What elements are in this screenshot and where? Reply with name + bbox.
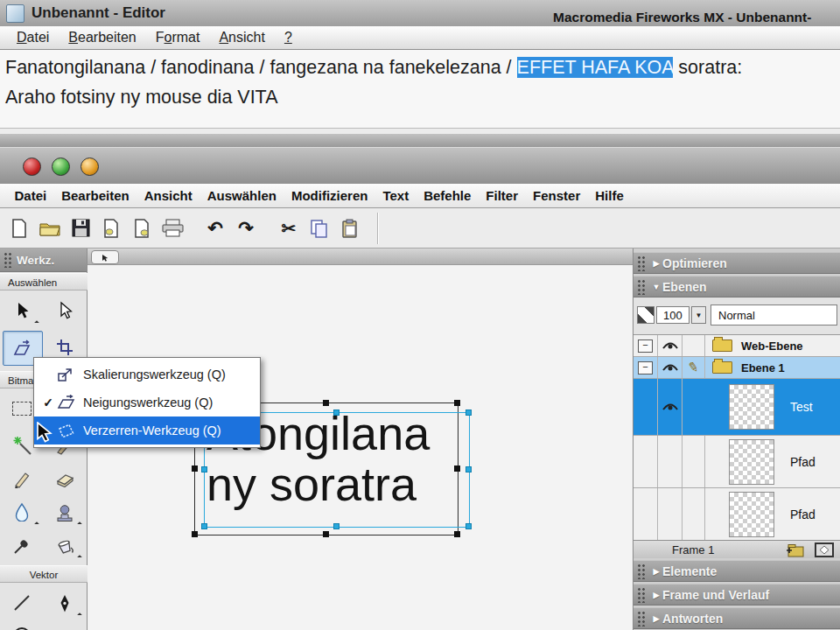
collapse-box-icon[interactable]: − <box>638 340 653 353</box>
selection-handle[interactable] <box>466 410 472 416</box>
pen-tool-icon[interactable] <box>46 586 84 620</box>
menu-fenster[interactable]: Fenster <box>526 188 588 203</box>
transform-handle[interactable] <box>454 400 460 406</box>
panel-header-elemente[interactable]: ▶ Elemente <box>634 560 840 582</box>
eyedropper-tool-icon[interactable] <box>3 528 41 562</box>
menu-auswaehlen[interactable]: Auswählen <box>200 188 284 203</box>
print-icon[interactable] <box>158 214 186 242</box>
line-tool-icon[interactable] <box>3 586 41 620</box>
blur-drop-tool-icon[interactable] <box>3 495 41 528</box>
selection-handle[interactable] <box>466 466 472 472</box>
object-thumbnail <box>729 492 774 537</box>
editor-menu-hilfe[interactable]: ? <box>275 30 302 46</box>
menu-filter[interactable]: Filter <box>479 188 526 203</box>
new-layer-folder-icon[interactable] <box>784 542 805 561</box>
paint-bucket-tool-icon[interactable] <box>46 528 84 562</box>
tools-panel-header[interactable]: Werkz. <box>0 248 87 272</box>
ellipse-tool-icon[interactable] <box>3 620 41 630</box>
save-floppy-icon[interactable] <box>66 214 94 242</box>
pencil-tool-icon[interactable] <box>3 462 41 495</box>
opacity-icon <box>637 306 654 324</box>
editor-menu-bearbeiten[interactable]: Bearbeiten <box>59 30 145 46</box>
transform-handle[interactable] <box>192 531 198 537</box>
paste-clipboard-icon[interactable] <box>336 214 364 242</box>
text-tool-icon[interactable]: A <box>46 620 84 630</box>
right-panel-dock: ▶ Optimieren ▼ Ebenen 100 ▼ Normal − Web… <box>633 248 840 630</box>
menu-befehle[interactable]: Befehle <box>416 188 479 203</box>
opacity-dropdown-button[interactable]: ▼ <box>691 306 706 324</box>
gripper-icon <box>637 587 646 603</box>
layer-row-web-ebene[interactable]: − Web-Ebene <box>634 335 840 357</box>
copy-pages-icon[interactable] <box>305 214 333 242</box>
document-mode-button[interactable] <box>91 250 119 264</box>
flyout-item-label: Verzerren-Werkzeug (Q) <box>83 424 221 438</box>
gripper-icon <box>4 252 12 268</box>
selection-handle[interactable] <box>466 523 472 529</box>
subselection-tool-icon[interactable] <box>46 294 84 327</box>
new-document-icon[interactable] <box>5 214 33 242</box>
layer-row-ebene1[interactable]: − ✎ Ebene 1 <box>634 357 840 379</box>
editor-window-edge <box>0 134 840 147</box>
minimize-button[interactable] <box>80 158 99 176</box>
menu-modifizieren[interactable]: Modifizieren <box>284 188 375 203</box>
layer-row-test[interactable]: Test <box>634 379 840 436</box>
object-name: Pfad <box>790 508 816 522</box>
pointer-tool-icon[interactable] <box>3 294 41 327</box>
gripper-icon <box>637 256 646 271</box>
menu-bearbeiten[interactable]: Bearbeiten <box>54 188 137 203</box>
blend-mode-select[interactable]: Normal <box>710 304 837 326</box>
panel-title-optimieren: Optimieren <box>662 256 727 270</box>
flyout-item-neigungswerkzeug[interactable]: ✓ Neigungswerkzeug (Q) <box>34 388 260 416</box>
selection-handle[interactable] <box>333 410 340 416</box>
layer-row-pfad-1[interactable]: Pfad <box>634 436 840 488</box>
open-folder-icon[interactable] <box>36 214 64 242</box>
maximize-button[interactable] <box>52 158 70 176</box>
editor-menu-datei[interactable]: Datei <box>7 30 59 46</box>
editor-menu-ansicht[interactable]: Ansicht <box>209 30 274 46</box>
transform-handle[interactable] <box>454 531 460 537</box>
fireworks-window-title: Macromedia Fireworks MX - Unbenannt- <box>553 10 840 25</box>
rubber-stamp-tool-icon[interactable] <box>46 495 84 528</box>
eye-icon[interactable] <box>662 340 679 351</box>
eye-icon[interactable] <box>662 402 679 412</box>
editor-menu-format[interactable]: Format <box>146 30 210 46</box>
panel-header-antworten[interactable]: ▶ Antworten <box>634 607 840 629</box>
selection-handle[interactable] <box>201 466 207 472</box>
cut-scissors-icon[interactable]: ✂ <box>275 214 303 242</box>
checkmark-icon: ✓ <box>39 396 57 410</box>
panel-header-ebenen[interactable]: ▼ Ebenen <box>634 276 840 298</box>
transform-handle[interactable] <box>323 531 329 537</box>
import-page-icon[interactable] <box>97 214 125 242</box>
opacity-value-field[interactable]: 100 <box>656 306 690 324</box>
menu-datei[interactable]: Datei <box>7 188 54 203</box>
panel-header-optimieren[interactable]: ▶ Optimieren <box>634 252 840 274</box>
undo-arrow-icon[interactable]: ↶ <box>201 214 229 242</box>
menu-text[interactable]: Text <box>375 188 416 203</box>
editor-text-area[interactable]: Fanatongilanana / fanodinana / fangezana… <box>0 50 840 128</box>
editor-line2: Araho fotsiny ny mouse dia VITA <box>5 87 278 108</box>
close-button[interactable] <box>23 158 41 176</box>
flyout-item-verzerren-werkzeug[interactable]: Verzerren-Werkzeug (Q) <box>34 416 260 444</box>
eraser-tool-icon[interactable] <box>46 462 84 495</box>
chevron-down-icon: ▼ <box>650 283 662 291</box>
menu-hilfe[interactable]: Hilfe <box>588 188 632 203</box>
export-page-icon[interactable] <box>128 214 156 242</box>
fireworks-toolbar: ↶ ↷ ✂ <box>0 208 840 248</box>
section-vektor: Vektor <box>0 565 88 583</box>
tools-panel-title: Werkz. <box>17 254 54 267</box>
redo-arrow-icon[interactable]: ↷ <box>232 214 260 242</box>
new-bitmap-icon[interactable] <box>815 542 834 561</box>
transform-handle[interactable] <box>454 466 460 472</box>
editor-line1: Fanatongilanana / fanodinana / fangezana… <box>5 57 742 78</box>
transform-handle[interactable] <box>192 466 198 472</box>
selection-handle[interactable] <box>333 523 340 529</box>
menu-ansicht[interactable]: Ansicht <box>136 188 200 203</box>
selection-handle[interactable] <box>201 523 207 529</box>
transform-handle[interactable] <box>323 400 329 406</box>
layer-row-pfad-2[interactable]: Pfad <box>634 488 840 541</box>
eye-icon[interactable] <box>662 362 679 373</box>
panel-header-frame-und-verlauf[interactable]: ▶ Frame und Verlauf <box>634 584 840 606</box>
flyout-item-skalierungswerkzeug[interactable]: Skalierungswerkzeug (Q) <box>34 360 260 388</box>
collapse-box-icon[interactable]: − <box>638 361 653 374</box>
chevron-right-icon: ▶ <box>650 614 662 623</box>
